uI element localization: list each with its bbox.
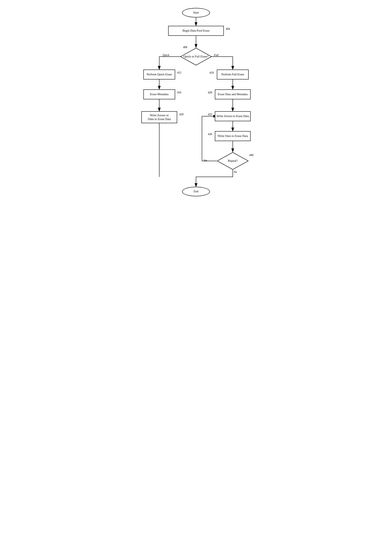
write-ones-node: Write Ones to Erase Data <box>215 131 251 141</box>
repeat-node: Repeat? <box>217 152 249 170</box>
ref-432: 432 <box>208 113 212 116</box>
start-node: Start <box>182 8 210 17</box>
ref-408: 408 <box>183 46 187 49</box>
write-zeroes-label: Write Zeroes to Erase Data <box>217 114 249 118</box>
ref-412: 412 <box>177 71 181 74</box>
yes-label: Yes <box>203 159 207 162</box>
ref-436: 436 <box>208 133 212 136</box>
erase-metadata-node: Erase Metadata <box>143 89 175 99</box>
quick-or-full-label: Quick or Full Erase? <box>184 55 209 59</box>
quick-label: Quick <box>163 54 169 57</box>
ref-416: 416 <box>177 91 181 94</box>
repeat-label: Repeat? <box>228 159 237 163</box>
erase-data-metadata-node: Erase Data and Metadata <box>215 89 251 99</box>
no-label: No <box>234 171 237 174</box>
erase-data-metadata-label: Erase Data and Metadata <box>218 92 248 96</box>
end-label: End <box>194 190 198 193</box>
erase-metadata-label: Erase Metadata <box>150 92 169 96</box>
perform-quick-erase-node: Perform Quick Erase <box>143 69 175 80</box>
write-zeroes-node: Write Zeroes to Erase Data <box>215 111 251 121</box>
perform-full-erase-label: Perform Full Erase <box>221 73 244 76</box>
start-label: Start <box>193 11 199 15</box>
full-label: Full <box>214 54 218 57</box>
end-node: End <box>182 187 210 196</box>
ref-428: 428 <box>208 91 212 94</box>
ref-424: 424 <box>210 71 214 74</box>
perform-quick-erase-label: Perform Quick Erase <box>147 73 172 76</box>
begin-data-pool-erase-node: Begin Data Pool Erase <box>168 26 224 36</box>
write-zeroes-or-ones-node: Write Zeroes orOnes to Erase Data <box>141 111 177 123</box>
write-zeroes-or-ones-label: Write Zeroes orOnes to Erase Data <box>148 113 171 121</box>
quick-or-full-node: Quick or Full Erase? <box>180 48 212 66</box>
ref-420: 420 <box>179 113 183 116</box>
flowchart: Start Begin Data Pool Erase 404 Quick or… <box>124 4 268 207</box>
begin-data-pool-erase-label: Begin Data Pool Erase <box>182 29 210 33</box>
ref-440: 440 <box>249 154 253 157</box>
ref-404: 404 <box>226 27 230 31</box>
write-ones-label: Write Ones to Erase Data <box>218 134 248 138</box>
perform-full-erase-node: Perform Full Erase <box>217 69 249 80</box>
